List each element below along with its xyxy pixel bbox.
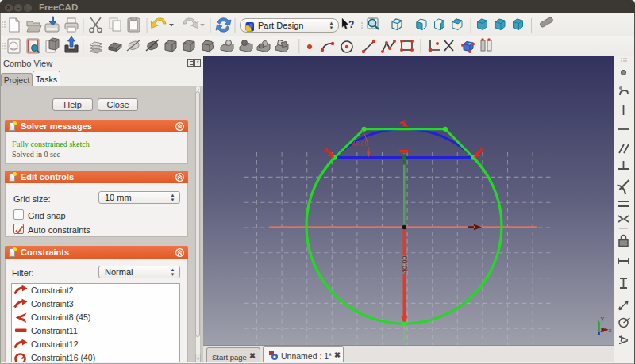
svg-text:40.00: 40.00	[401, 255, 409, 274]
svg-text:x: x	[609, 328, 612, 333]
svg-text:Y: Y	[601, 316, 605, 322]
svg-text:Constraint11: Constraint11	[31, 326, 78, 335]
svg-text:45.00: 45.00	[352, 140, 368, 148]
svg-text:Constraint8 (45): Constraint8 (45)	[31, 312, 90, 322]
svg-text:Z: Z	[601, 327, 605, 334]
svg-text:Constraint2: Constraint2	[31, 285, 74, 295]
svg-text:Constraint3: Constraint3	[31, 299, 74, 308]
svg-text:?: ?	[348, 19, 354, 30]
svg-text:Constraint12: Constraint12	[31, 339, 79, 349]
svg-text:Constraint16 (40): Constraint16 (40)	[31, 353, 95, 362]
